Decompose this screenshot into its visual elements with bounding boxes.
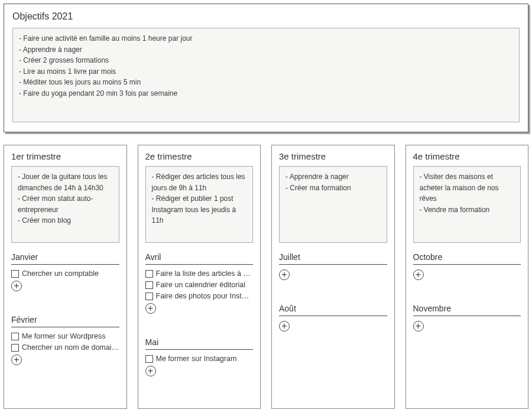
task-label: Chercher un nom de domaine bbox=[22, 343, 119, 352]
goal-line: - Faire une activité en famille au moins… bbox=[19, 33, 513, 44]
month-title: Novembre bbox=[413, 304, 521, 316]
task-row[interactable]: Chercher un comptable bbox=[11, 269, 119, 278]
add-task-button[interactable]: + bbox=[11, 281, 22, 291]
goal-line: - Apprendre à nager bbox=[19, 44, 513, 56]
objectives-title: Objectifs 2021 bbox=[12, 11, 520, 22]
month-title: Avril bbox=[145, 252, 254, 265]
goal-line: - Faire du yoga pendant 20 min 3 fois pa… bbox=[19, 88, 513, 99]
goal-line: - Apprendre à nager bbox=[286, 171, 381, 183]
task-row[interactable]: Faire la liste des articles à rédiger bbox=[145, 269, 254, 278]
month-block-mai: Mai Me former sur Instagram + bbox=[145, 337, 254, 376]
month-block-janvier: Janvier Chercher un comptable + bbox=[11, 252, 119, 291]
quarter-goal-box[interactable]: - Apprendre à nager - Créer ma formation bbox=[279, 166, 387, 243]
task-label: Chercher un comptable bbox=[22, 269, 99, 278]
checkbox[interactable] bbox=[145, 355, 153, 363]
quarter-title: 3e trimestre bbox=[279, 151, 387, 161]
quarter-4-card: 4e trimestre - Visiter des maisons et ac… bbox=[406, 145, 529, 409]
objectives-goal-box[interactable]: - Faire une activité en famille au moins… bbox=[12, 28, 520, 122]
checkbox[interactable] bbox=[11, 333, 19, 340]
add-task-button[interactable]: + bbox=[11, 355, 22, 365]
quarter-1-card: 1er trimestre - Jouer de la guitare tous… bbox=[4, 145, 127, 409]
quarter-title: 2e trimestre bbox=[145, 151, 254, 161]
month-title: Octobre bbox=[413, 252, 521, 265]
goal-line: - Jouer de la guitare tous les dimanches… bbox=[18, 171, 113, 193]
goal-line: - Créer 2 grosses formations bbox=[19, 55, 513, 66]
goal-line: - Vendre ma formation bbox=[420, 204, 515, 216]
checkbox[interactable] bbox=[11, 270, 19, 278]
goal-line: - Créer mon blog bbox=[18, 215, 113, 226]
quarter-title: 4e trimestre bbox=[413, 151, 521, 161]
checkbox[interactable] bbox=[11, 344, 19, 352]
task-row[interactable]: Faire un calendrier éditorial bbox=[145, 281, 254, 289]
quarter-title: 1er trimestre bbox=[11, 151, 119, 161]
goal-line: - Visiter des maisons et acheter la mais… bbox=[420, 171, 515, 204]
month-title: Janvier bbox=[11, 252, 119, 265]
task-label: Faire la liste des articles à rédiger bbox=[156, 269, 254, 278]
goal-line: - Rédiger des articles tous les jours de… bbox=[152, 171, 247, 193]
quarter-3-card: 3e trimestre - Apprendre à nager - Créer… bbox=[271, 145, 395, 409]
task-label: Me former sur Wordpress bbox=[22, 332, 105, 340]
add-task-button[interactable]: + bbox=[145, 303, 156, 314]
task-label: Faire un calendrier éditorial bbox=[156, 281, 245, 289]
quarter-goal-box[interactable]: - Rédiger des articles tous les jours de… bbox=[145, 166, 254, 243]
add-task-button[interactable]: + bbox=[279, 321, 290, 332]
month-title: Février bbox=[11, 315, 119, 327]
task-label: Faire des photos pour Instagram bbox=[156, 292, 254, 300]
goal-line: - Créer ma formation bbox=[286, 183, 381, 194]
quarters-row: 1er trimestre - Jouer de la guitare tous… bbox=[4, 145, 528, 409]
month-block-juillet: Juillet + bbox=[279, 252, 387, 280]
task-row[interactable]: Chercher un nom de domaine bbox=[11, 343, 119, 352]
month-block-aout: Août + bbox=[279, 304, 387, 332]
month-title: Mai bbox=[145, 337, 254, 350]
task-label: Me former sur Instagram bbox=[156, 355, 237, 363]
quarter-2-card: 2e trimestre - Rédiger des articles tous… bbox=[138, 145, 261, 409]
task-row[interactable]: Me former sur Wordpress bbox=[11, 332, 119, 340]
quarter-goal-box[interactable]: - Visiter des maisons et acheter la mais… bbox=[413, 166, 521, 243]
task-row[interactable]: Faire des photos pour Instagram bbox=[145, 292, 254, 300]
checkbox[interactable] bbox=[145, 270, 153, 278]
goal-line: - Rédiger et publier 1 post Instagram to… bbox=[152, 193, 247, 226]
month-block-octobre: Octobre + bbox=[413, 252, 521, 280]
quarter-goal-box[interactable]: - Jouer de la guitare tous les dimanches… bbox=[11, 166, 119, 243]
checkbox[interactable] bbox=[145, 281, 153, 289]
add-task-button[interactable]: + bbox=[145, 366, 156, 376]
month-block-novembre: Novembre + bbox=[413, 304, 521, 332]
goal-line: - Lire au moins 1 livre par mois bbox=[19, 66, 513, 77]
month-block-avril: Avril Faire la liste des articles à rédi… bbox=[145, 252, 254, 314]
goal-line: - Méditer tous les jours au moins 5 min bbox=[19, 77, 513, 88]
add-task-button[interactable]: + bbox=[413, 321, 424, 332]
month-block-fevrier: Février Me former sur Wordpress Chercher… bbox=[11, 315, 119, 365]
month-title: Juillet bbox=[279, 252, 387, 265]
month-title: Août bbox=[279, 304, 387, 316]
add-task-button[interactable]: + bbox=[413, 269, 424, 280]
add-task-button[interactable]: + bbox=[279, 269, 290, 280]
objectives-card: Objectifs 2021 - Faire une activité en f… bbox=[4, 4, 528, 132]
checkbox[interactable] bbox=[145, 292, 153, 300]
goal-line: - Créer mon statut auto-entrepreneur bbox=[18, 193, 113, 215]
task-row[interactable]: Me former sur Instagram bbox=[145, 355, 254, 363]
